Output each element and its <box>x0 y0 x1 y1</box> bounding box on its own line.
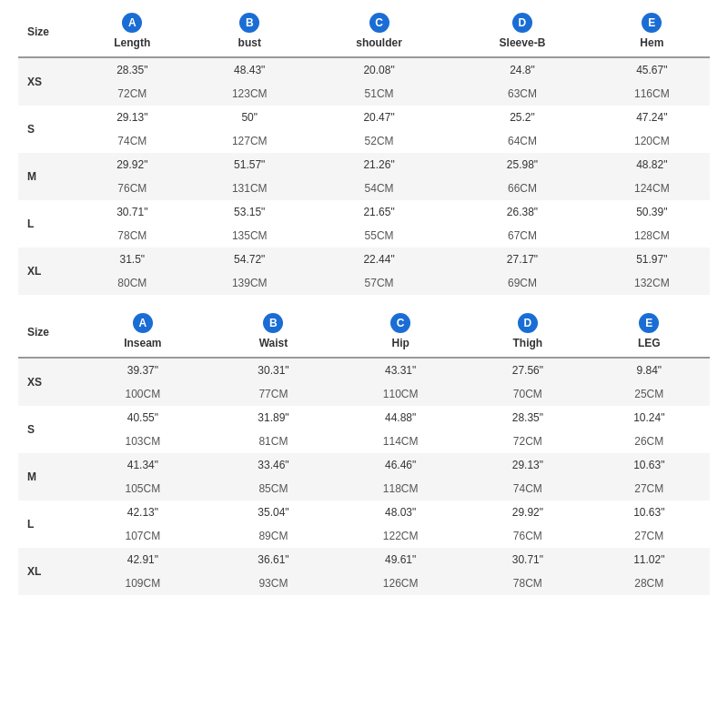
inch-cell: 25.2" <box>450 106 593 129</box>
cm-cell: 100CM <box>73 382 213 406</box>
table1-length-header: A Length <box>73 9 192 57</box>
badge-D-1: D <box>512 13 532 33</box>
inch-cell: 53.15" <box>192 200 308 224</box>
table1-sleeveb-header: D Sleeve-B <box>450 9 593 57</box>
table-row: S29.13"50"20.47"25.2"47.24" <box>18 106 710 129</box>
table1: Size A Length B bust <box>18 9 710 295</box>
inch-cell: 30.71" <box>467 548 588 571</box>
cm-cell: 64CM <box>450 129 593 153</box>
cm-cell: 78CM <box>467 571 588 595</box>
cm-cell: 57CM <box>308 271 450 295</box>
inch-cell: 47.24" <box>594 106 710 129</box>
cm-cell: 139CM <box>192 271 308 295</box>
inch-cell: 36.61" <box>213 548 334 571</box>
table2-leg-header: E LEG <box>589 309 710 358</box>
size-cell: S <box>18 406 73 453</box>
cm-cell: 54CM <box>308 177 450 200</box>
inch-cell: 11.02" <box>589 548 710 571</box>
badge-C-1: C <box>369 13 389 33</box>
cm-cell: 118CM <box>334 477 467 500</box>
table-row: XL31.5"54.72"22.44"27.17"51.97" <box>18 248 710 271</box>
table-row-cm: 76CM131CM54CM66CM124CM <box>18 177 710 200</box>
cm-cell: 110CM <box>334 382 467 406</box>
inch-cell: 45.67" <box>594 57 710 82</box>
size-cell: M <box>18 453 73 500</box>
table1-hem-header: E Hem <box>594 9 710 57</box>
size-cell: XS <box>18 57 73 106</box>
table1-size-header: Size <box>18 9 73 57</box>
cm-cell: 72CM <box>73 82 192 106</box>
cm-cell: 55CM <box>308 224 450 248</box>
inch-cell: 21.26" <box>308 153 450 177</box>
cm-cell: 77CM <box>213 382 334 406</box>
inch-cell: 20.08" <box>308 57 450 82</box>
inch-cell: 26.38" <box>450 200 593 224</box>
cm-cell: 27CM <box>589 524 710 548</box>
inch-cell: 39.37" <box>73 358 213 382</box>
inch-cell: 40.55" <box>73 406 213 430</box>
table2-header-row: Size A Inseam B Waist <box>18 309 710 358</box>
cm-cell: 89CM <box>213 524 334 548</box>
cm-cell: 28CM <box>589 571 710 595</box>
table-row: XL42.91"36.61"49.61"30.71"11.02" <box>18 548 710 571</box>
size-chart: Size A Length B bust <box>0 0 728 619</box>
table-row-cm: 80CM139CM57CM69CM132CM <box>18 271 710 295</box>
cm-cell: 74CM <box>73 129 192 153</box>
table2-size-header: Size <box>18 309 73 358</box>
cm-cell: 78CM <box>73 224 192 248</box>
cm-cell: 122CM <box>334 524 467 548</box>
cm-cell: 51CM <box>308 82 450 106</box>
inch-cell: 41.34" <box>73 453 213 477</box>
cm-cell: 70CM <box>467 382 588 406</box>
inch-cell: 31.5" <box>73 248 192 271</box>
size-cell: L <box>18 200 73 248</box>
cm-cell: 76CM <box>73 177 192 200</box>
cm-cell: 25CM <box>589 382 710 406</box>
size-cell: S <box>18 106 73 153</box>
cm-cell: 124CM <box>594 177 710 200</box>
cm-cell: 26CM <box>589 430 710 453</box>
cm-cell: 103CM <box>73 430 213 453</box>
cm-cell: 123CM <box>192 82 308 106</box>
table1-header-row: Size A Length B bust <box>18 9 710 57</box>
inch-cell: 48.43" <box>192 57 308 82</box>
inch-cell: 33.46" <box>213 453 334 477</box>
inch-cell: 24.8" <box>450 57 593 82</box>
cm-cell: 128CM <box>594 224 710 248</box>
cm-cell: 74CM <box>467 477 588 500</box>
cm-cell: 93CM <box>213 571 334 595</box>
table-row-cm: 72CM123CM51CM63CM116CM <box>18 82 710 106</box>
cm-cell: 85CM <box>213 477 334 500</box>
cm-cell: 107CM <box>73 524 213 548</box>
badge-D-2: D <box>518 313 538 333</box>
table-row-cm: 107CM89CM122CM76CM27CM <box>18 524 710 548</box>
table2-hip-header: C Hip <box>334 309 467 358</box>
table2-thigh-header: D Thigh <box>467 309 588 358</box>
size-cell: XL <box>18 548 73 595</box>
size-cell: M <box>18 153 73 200</box>
inch-cell: 35.04" <box>213 500 334 524</box>
cm-cell: 116CM <box>594 82 710 106</box>
inch-cell: 27.56" <box>467 358 588 382</box>
table-row: M41.34"33.46"46.46"29.13"10.63" <box>18 453 710 477</box>
inch-cell: 48.82" <box>594 153 710 177</box>
inch-cell: 22.44" <box>308 248 450 271</box>
inch-cell: 51.57" <box>192 153 308 177</box>
cm-cell: 72CM <box>467 430 588 453</box>
inch-cell: 46.46" <box>334 453 467 477</box>
cm-cell: 127CM <box>192 129 308 153</box>
cm-cell: 114CM <box>334 430 467 453</box>
inch-cell: 43.31" <box>334 358 467 382</box>
inch-cell: 10.63" <box>589 453 710 477</box>
table2: Size A Inseam B Waist <box>18 309 710 595</box>
cm-cell: 120CM <box>594 129 710 153</box>
cm-cell: 27CM <box>589 477 710 500</box>
cm-cell: 109CM <box>73 571 213 595</box>
cm-cell: 126CM <box>334 571 467 595</box>
badge-E-2: E <box>639 313 659 333</box>
table-row: L42.13"35.04"48.03"29.92"10.63" <box>18 500 710 524</box>
inch-cell: 30.71" <box>73 200 192 224</box>
inch-cell: 29.13" <box>467 453 588 477</box>
cm-cell: 66CM <box>450 177 593 200</box>
inch-cell: 30.31" <box>213 358 334 382</box>
